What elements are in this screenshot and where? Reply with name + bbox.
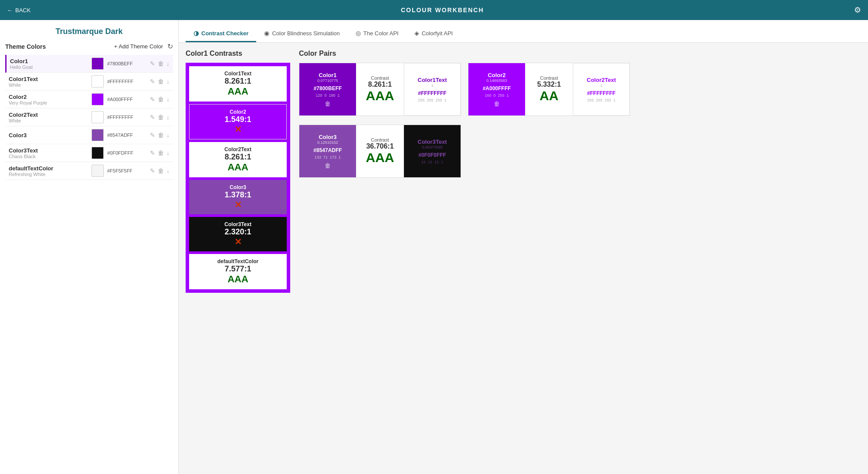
chevron-down-icon[interactable]: ↓ xyxy=(166,96,170,103)
sidebar-color-item-color3[interactable]: Color3 #8547ADFF ✎ 🗑 ↓ xyxy=(5,126,173,144)
contrast-card-name-1: Color1Text xyxy=(193,71,283,77)
pair-swatch-color1-trash: 🗑 xyxy=(325,100,331,107)
chevron-down-icon[interactable]: ↓ xyxy=(166,149,170,156)
tab-contrast-checker-label: Contrast Checker xyxy=(201,30,248,37)
fail-icon-5: ✕ xyxy=(193,237,283,247)
pair-swatch-color2: Color2 0.14693583 #A000FFFF 160 0 255 1 … xyxy=(468,63,525,115)
color-swatch[interactable] xyxy=(92,58,104,70)
sidebar-color-item-defaulttextcolor[interactable]: defaultTextColor Refreshing White #F5F5F… xyxy=(5,162,173,180)
delete-icon[interactable]: 🗑 xyxy=(158,149,164,156)
tab-colorfyit-api[interactable]: ◈ Colorfyit API xyxy=(407,25,461,42)
contrast-box-2: Contrast 5.332:1 AA xyxy=(525,63,573,115)
delete-icon[interactable]: 🗑 xyxy=(158,132,164,139)
chevron-down-icon[interactable]: ↓ xyxy=(166,114,170,121)
color-actions: ✎ 🗑 ↓ xyxy=(150,114,170,121)
pair-swatch-color2text: Color2Text 1 #FFFFFFFF 255 255 255 1 xyxy=(573,63,630,115)
contrast-grade-6: AAA xyxy=(193,274,283,285)
edit-icon[interactable]: ✎ xyxy=(150,114,155,121)
pairs-row-1: Color1 0.07710775 #7800BEFF 120 0 190 1 … xyxy=(299,63,861,116)
sidebar-color-item-color3text[interactable]: Color3Text Chaos Black #0F0FDFFF ✎ 🗑 ↓ xyxy=(5,144,173,162)
chevron-down-icon[interactable]: ↓ xyxy=(166,132,170,139)
chevron-down-icon[interactable]: ↓ xyxy=(166,60,170,67)
contrasts-panel: Color1 Contrasts Color1Text 8.261:1 AAA … xyxy=(186,50,290,467)
pair-swatch-color2-name: Color2 xyxy=(488,72,505,78)
fail-icon-4: ✕ xyxy=(193,200,283,210)
color-item-info: Color3 xyxy=(9,132,88,139)
contrasts-panel-title: Color1 Contrasts xyxy=(186,50,290,58)
contrast-grade-3: AAA xyxy=(193,162,283,173)
color-swatch[interactable] xyxy=(92,129,104,141)
color-hex: #F5F5F5FF xyxy=(107,168,146,173)
color-item-info: Color2 Very Royal Purple xyxy=(9,94,88,105)
pair-swatch-color2-trash: 🗑 xyxy=(494,100,500,107)
back-button[interactable]: ← BACK xyxy=(7,7,31,14)
sidebar-color-item-color1[interactable]: Color1 Hello Goat #7800BEFF ✎ 🗑 ↓ xyxy=(5,55,173,73)
refresh-icon[interactable]: ↻ xyxy=(167,42,173,51)
edit-icon[interactable]: ✎ xyxy=(150,167,155,174)
edit-icon[interactable]: ✎ xyxy=(150,96,155,103)
app-title: COLOUR WORKBENCH xyxy=(401,7,484,14)
color-item-sub: White xyxy=(9,118,88,123)
tab-color-blindness[interactable]: ◉ Color Blindness Simulation xyxy=(256,25,347,42)
pair-swatch-color1-rgb: 120 0 190 1 xyxy=(315,93,339,98)
pair-swatch-color1: Color1 0.07710775 #7800BEFF 120 0 190 1 … xyxy=(299,63,356,115)
tab-color-api[interactable]: ◎ The Color API xyxy=(348,25,407,42)
pair-swatch-color3text: Color3Text 0.00477695 #0F0F0FFF 15 15 15… xyxy=(404,125,461,177)
color-swatch[interactable] xyxy=(92,111,104,123)
color-swatch[interactable] xyxy=(92,165,104,177)
chevron-down-icon[interactable]: ↓ xyxy=(166,167,170,174)
sidebar-color-item-color2[interactable]: Color2 Very Royal Purple #A000FFFF ✎ 🗑 ↓ xyxy=(5,91,173,108)
back-arrow-icon: ← xyxy=(7,7,13,14)
delete-icon[interactable]: 🗑 xyxy=(158,114,164,121)
pair-swatch-color1text-hex: #FFFFFFFF xyxy=(418,90,446,96)
pair-swatch-color2-hex: #A000FFFF xyxy=(483,85,511,91)
color-swatch[interactable] xyxy=(92,93,104,105)
color-actions: ✎ 🗑 ↓ xyxy=(150,132,170,139)
pair-swatch-color1text-rgb: 255 255 255 1 xyxy=(418,98,446,102)
settings-icon[interactable]: ⚙ xyxy=(854,5,861,15)
edit-icon[interactable]: ✎ xyxy=(150,149,155,156)
chevron-down-icon[interactable]: ↓ xyxy=(166,78,170,85)
color-hex: #7800BEFF xyxy=(107,61,146,66)
pair-swatch-color3: Color3 0.12510152 #8547ADFF 133 71 173 1… xyxy=(299,125,356,177)
color-swatch[interactable] xyxy=(92,147,104,159)
contrast-ratio-3: 8.261:1 xyxy=(193,152,283,162)
edit-icon[interactable]: ✎ xyxy=(150,132,155,139)
delete-icon[interactable]: 🗑 xyxy=(158,78,164,85)
sidebar: Trustmarque Dark Theme Colors + Add Them… xyxy=(0,20,179,474)
pair-swatch-color3-name: Color3 xyxy=(319,134,336,140)
contrast-grade-1: AAA xyxy=(193,86,283,97)
delete-icon[interactable]: 🗑 xyxy=(158,167,164,174)
pair-swatch-color2-rgb: 160 0 255 1 xyxy=(485,93,509,98)
contrast-grade-pair2: AA xyxy=(539,88,558,103)
color-api-icon: ◎ xyxy=(356,30,361,37)
color-hex: #FFFFFFFF xyxy=(107,115,146,120)
contrast-label-2: Contrast xyxy=(540,75,558,81)
add-theme-color-button[interactable]: + Add Theme Color xyxy=(114,43,163,50)
tab-contrast-checker[interactable]: ◑ Contrast Checker xyxy=(186,25,256,42)
pair-swatch-color2text-rgb: 255 255 255 1 xyxy=(587,98,615,102)
color-swatch[interactable] xyxy=(92,75,104,88)
header: ← BACK COLOUR WORKBENCH ⚙ xyxy=(0,0,868,20)
contrast-card-color2text: Color2Text 8.261:1 AAA xyxy=(189,142,287,177)
sidebar-color-item-color2text[interactable]: Color2Text White #FFFFFFFF ✎ 🗑 ↓ xyxy=(5,108,173,126)
pair-swatch-color1-rel: 0.07710775 xyxy=(317,78,338,83)
edit-icon[interactable]: ✎ xyxy=(150,78,155,85)
sidebar-color-item-color1text[interactable]: Color1Text White #FFFFFFFF ✎ 🗑 ↓ xyxy=(5,73,173,91)
color-hex: #0F0FDFFF xyxy=(107,150,146,156)
pair-swatch-color2text-rel: 1 xyxy=(600,83,602,88)
delete-icon[interactable]: 🗑 xyxy=(158,96,164,103)
color-item-info: Color2Text White xyxy=(9,112,88,123)
content-area: ◑ Contrast Checker ◉ Color Blindness Sim… xyxy=(179,20,868,474)
color-item-info: Color1 Hello Goat xyxy=(10,58,88,70)
tab-colorfyit-label: Colorfyit API xyxy=(422,30,453,37)
contrast-ratio-4: 1.378:1 xyxy=(193,190,283,200)
color-item-name: Color3Text xyxy=(9,147,88,154)
pair-swatch-color3text-name: Color3Text xyxy=(418,139,447,145)
edit-icon[interactable]: ✎ xyxy=(150,60,155,67)
color-item-name: Color2 xyxy=(9,94,88,100)
delete-icon[interactable]: 🗑 xyxy=(158,60,164,67)
pair-swatch-color3-rel: 0.12510152 xyxy=(317,140,338,145)
contrast-card-name-4: Color3 xyxy=(193,184,283,190)
color-item-name: Color3 xyxy=(9,132,88,139)
